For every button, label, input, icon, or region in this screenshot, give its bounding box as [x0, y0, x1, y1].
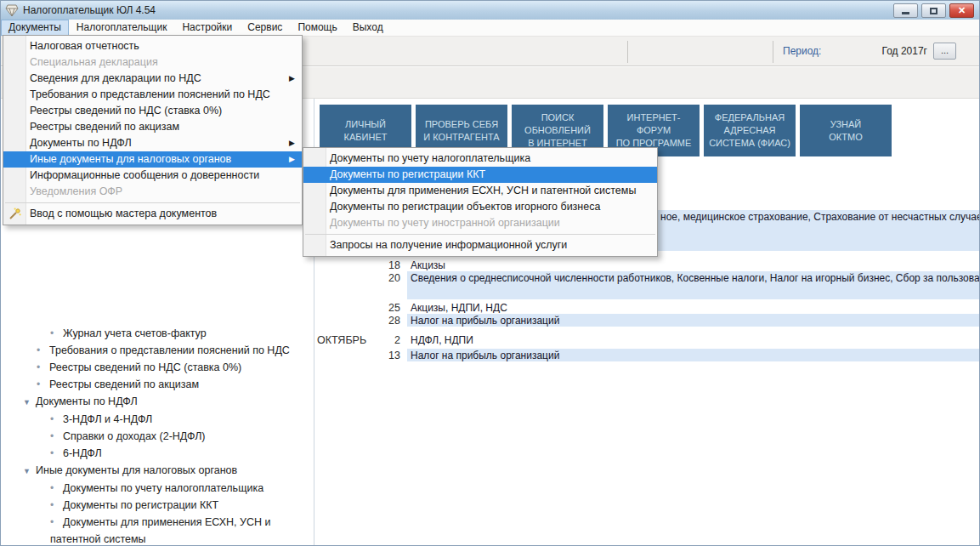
nav-button-6[interactable]: УЗНАЙ ОКТМО [800, 105, 892, 156]
calendar-date: 25 [382, 301, 400, 313]
calendar-row-3: 20Сведения о среднесписочной численности… [317, 271, 979, 299]
submenu-arrow-icon: ▶ [289, 151, 295, 168]
menubar-item-2[interactable]: Налогоплательщик [69, 20, 175, 36]
documents-menu-separator [5, 202, 300, 203]
submenu-item-label: Документы по учету налогоплательщика [330, 152, 530, 164]
period-label: Период: [783, 45, 821, 57]
tree-bullet-icon: • [37, 342, 49, 359]
window-title: Налогоплательщик ЮЛ 4.54 [23, 4, 156, 16]
submenu-item-2[interactable]: Документы по регистрации ККТ [303, 167, 657, 183]
tree-bullet-icon: • [37, 359, 49, 376]
documents-menu-item-label: Реестры сведений по НДС (ставка 0%) [30, 105, 222, 117]
maximize-button[interactable] [921, 3, 946, 18]
documents-menu-item-7[interactable]: Документы по НДФЛ▶ [3, 135, 302, 151]
tree-item-3[interactable]: •Реестры сведений по НДС (ставка 0%) [1, 359, 313, 376]
tree-item-4[interactable]: •Реестры сведений по акцизам [1, 376, 313, 393]
submenu-item-label: Документы по регистрации ККТ [330, 168, 485, 180]
documents-menu-item-10: Уведомления ОФР [3, 184, 302, 200]
calendar-row-text: Налог на прибыль организаций [407, 349, 979, 361]
period-picker-button[interactable]: ... [933, 43, 956, 60]
submenu-separator [305, 234, 655, 235]
documents-menu-item-label: Сведения для декларации по НДС [30, 72, 201, 84]
submenu-item-label: Документы по регистрации объектов игорно… [330, 201, 600, 213]
calendar-date: 2 [382, 333, 400, 345]
documents-menu-item-9[interactable]: Информационные сообщения о доверенности [3, 168, 302, 184]
calendar-date: 20 [382, 271, 400, 299]
tree-item-5[interactable]: ▼Документы по НДФЛ [1, 393, 313, 411]
tree-item-label: 6-НДФЛ [63, 447, 102, 459]
calendar-month-label: ОКТЯБРЬ [317, 333, 382, 345]
other-documents-submenu: Документы по учету налогоплательщикаДоку… [303, 147, 658, 257]
tree-item-label: Журнал учета счетов-фактур [63, 327, 207, 339]
close-icon: ✕ [958, 5, 966, 16]
tree-bullet-icon: • [50, 497, 63, 514]
documents-menu-item-label: Специальная декларация [30, 56, 158, 68]
documents-menu-item-1[interactable]: Налоговая отчетность [3, 38, 302, 54]
tree-expand-arrow-icon[interactable]: ▼ [23, 463, 36, 480]
documents-menu-item-12[interactable]: Ввод с помощью мастера документов [3, 206, 302, 222]
calendar-row-text: НДФЛ, НДПИ [407, 333, 979, 345]
tree-item-1[interactable]: •Журнал учета счетов-фактур [1, 325, 313, 342]
documents-menu-item-5[interactable]: Реестры сведений по НДС (ставка 0%) [3, 103, 302, 119]
documents-menu-item-label: Информационные сообщения о доверенности [30, 169, 259, 181]
documents-tree: •Журнал учета счетов-фактур•Требования о… [1, 325, 313, 545]
submenu-item-label: Документы по учету иностранной организац… [330, 217, 560, 229]
tree-item-label: Документы по НДФЛ [36, 395, 138, 407]
submenu-item-label: Запросы на получение информационной услу… [330, 239, 567, 251]
documents-menu-item-4[interactable]: Требования о представлении пояснений по … [3, 87, 302, 103]
tree-item-12[interactable]: •Документы для применения ЕСХН, УСН и па… [1, 514, 313, 545]
tree-item-9[interactable]: ▼Иные документы для налоговых органов [1, 462, 313, 480]
calendar-row-4: 25Акцизы, НДПИ, НДС [317, 301, 979, 313]
calendar-date: 13 [382, 349, 400, 361]
tree-item-label: 3-НДФЛ и 4-НДФЛ [63, 413, 152, 425]
calendar-month-label [317, 349, 382, 361]
tree-item-11[interactable]: •Документы по регистрации ККТ [1, 497, 313, 514]
menubar-item-4[interactable]: Сервис [240, 20, 290, 36]
documents-menu-item-label: Реестры сведений по акцизам [30, 121, 179, 133]
period-value: Год 2017г [851, 45, 927, 57]
submenu-item-5: Документы по учету иностранной организац… [303, 215, 657, 231]
submenu-item-4[interactable]: Документы по регистрации объектов игорно… [303, 199, 657, 215]
documents-menu-item-label: Документы по НДФЛ [30, 137, 132, 149]
submenu-item-7[interactable]: Запросы на получение информационной услу… [303, 237, 657, 253]
menubar-item-1[interactable]: Документы [1, 20, 69, 36]
app-icon [5, 4, 19, 17]
submenu-item-3[interactable]: Документы для применения ЕСХН, УСН и пат… [303, 183, 657, 199]
documents-menu-item-label: Иные документы для налоговых органов [30, 153, 231, 165]
submenu-item-1[interactable]: Документы по учету налогоплательщика [303, 151, 657, 167]
tree-item-8[interactable]: •6-НДФЛ [1, 445, 313, 462]
calendar-row-6: ОКТЯБРЬ2НДФЛ, НДПИ [317, 333, 979, 345]
documents-menu-item-3[interactable]: Сведения для декларации по НДС▶ [3, 71, 302, 87]
calendar-row-7: 13Налог на прибыль организаций [317, 349, 979, 361]
documents-menu-item-label: Ввод с помощью мастера документов [30, 208, 217, 219]
menubar-item-3[interactable]: Настройки [174, 20, 240, 36]
close-button[interactable]: ✕ [949, 3, 974, 18]
tree-bullet-icon: • [50, 514, 63, 531]
calendar-month-label [317, 259, 382, 270]
tree-item-7[interactable]: •Справки о доходах (2-НДФЛ) [1, 428, 313, 445]
nav-button-5[interactable]: ФЕДЕРАЛЬНАЯ АДРЕСНАЯ СИСТЕМА (ФИАС) [704, 105, 796, 156]
documents-menu-item-8[interactable]: Иные документы для налоговых органов▶ [3, 151, 302, 168]
app-window: Налогоплательщик ЮЛ 4.54 ✕ ДокументыНало… [0, 0, 980, 546]
tree-item-6[interactable]: •3-НДФЛ и 4-НДФЛ [1, 411, 313, 428]
menubar: ДокументыНалогоплательщикНастройкиСервис… [1, 20, 979, 36]
tree-item-2[interactable]: •Требования о представлении пояснений по… [1, 342, 313, 359]
tree-bullet-icon: • [37, 376, 49, 393]
calendar-date: 28 [382, 314, 400, 327]
calendar-row-text: Сведения о среднесписочной численности р… [407, 271, 979, 299]
calendar-month-label [317, 314, 382, 327]
calendar-row-text: Акцизы, НДПИ, НДС [407, 301, 979, 313]
tree-item-10[interactable]: •Документы по учету налогоплательщика [1, 480, 313, 497]
calendar-month-label [317, 271, 382, 299]
tree-item-label: Реестры сведений по акцизам [49, 378, 199, 390]
minimize-button[interactable] [893, 3, 918, 18]
tree-item-label: Справки о доходах (2-НДФЛ) [63, 430, 206, 442]
tree-item-label: Требования о представлении пояснений по … [49, 344, 290, 356]
titlebar: Налогоплательщик ЮЛ 4.54 ✕ [1, 1, 979, 20]
documents-menu-item-6[interactable]: Реестры сведений по акцизам [3, 119, 302, 135]
tree-expand-arrow-icon[interactable]: ▼ [23, 394, 36, 411]
menubar-item-5[interactable]: Помощь [290, 20, 344, 36]
documents-menu-item-label: Налоговая отчетность [30, 40, 139, 52]
minimize-icon [902, 12, 909, 14]
menubar-item-6[interactable]: Выход [345, 20, 391, 36]
